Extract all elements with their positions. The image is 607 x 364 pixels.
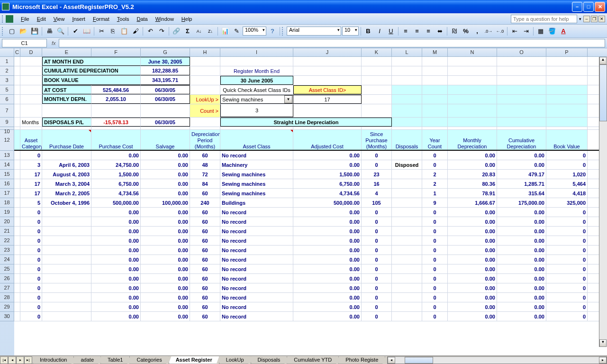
lookup-dropdown[interactable]: Sewing machines▼ bbox=[220, 95, 293, 104]
year-count[interactable]: 0 bbox=[422, 208, 448, 217]
window-maximize-button[interactable]: □ bbox=[583, 2, 594, 12]
purchase-cost[interactable]: 0.00 bbox=[91, 302, 141, 311]
disposals[interactable] bbox=[392, 198, 422, 207]
asset-category[interactable]: 0 bbox=[20, 274, 42, 283]
italic-icon[interactable]: I bbox=[374, 26, 385, 36]
depr-period[interactable]: 48 bbox=[190, 160, 220, 169]
purchase-cost[interactable]: 4,734.56 bbox=[91, 189, 141, 198]
adjusted-cost[interactable]: 0.00 bbox=[293, 160, 362, 169]
cell[interactable] bbox=[293, 127, 362, 129]
salvage[interactable]: 0.00 bbox=[141, 283, 190, 292]
sheet-tab-introduction[interactable]: Introduction bbox=[33, 356, 74, 364]
cumulative-depr[interactable]: 479.17 bbox=[497, 170, 546, 179]
asset-class[interactable]: No record bbox=[220, 151, 293, 160]
increase-indent-icon[interactable]: ⇥ bbox=[521, 26, 531, 36]
cell[interactable] bbox=[422, 95, 448, 104]
lookup-label[interactable]: LookUp > bbox=[190, 95, 220, 104]
purchase-date[interactable]: March 2, 2005 bbox=[42, 189, 91, 198]
monthly-depr[interactable]: 0.00 bbox=[448, 227, 497, 236]
cell[interactable] bbox=[293, 57, 362, 66]
since-purchase[interactable]: 0 bbox=[362, 283, 392, 292]
disposals[interactable] bbox=[392, 189, 422, 198]
percent-icon[interactable]: % bbox=[461, 26, 471, 36]
salvage[interactable]: 0.00 bbox=[141, 293, 190, 302]
book-value[interactable]: 0 bbox=[546, 151, 588, 160]
col-header-D[interactable]: D bbox=[20, 48, 42, 56]
asset-class[interactable]: No record bbox=[220, 274, 293, 283]
cumulative-depr[interactable]: 0.00 bbox=[497, 302, 546, 311]
value-monthly-depn[interactable]: 2,055.10 bbox=[91, 95, 141, 104]
adjusted-cost[interactable]: 0.00 bbox=[293, 283, 362, 292]
cell[interactable] bbox=[14, 208, 20, 217]
adjusted-cost[interactable]: 0.00 bbox=[293, 293, 362, 302]
cell[interactable] bbox=[362, 104, 392, 117]
monthly-depr[interactable]: 0.00 bbox=[448, 160, 497, 169]
purchase-cost[interactable]: 500,000.00 bbox=[91, 198, 141, 207]
row-header-25[interactable]: 25 bbox=[0, 264, 14, 274]
cell[interactable] bbox=[190, 127, 220, 129]
row-header-21[interactable]: 21 bbox=[0, 227, 14, 236]
book-value[interactable]: 0 bbox=[546, 227, 588, 236]
asset-class[interactable]: Sewing machines bbox=[220, 189, 293, 198]
cell[interactable] bbox=[14, 151, 20, 160]
asset-class[interactable]: No record bbox=[220, 227, 293, 236]
since-purchase[interactable]: 23 bbox=[362, 170, 392, 179]
cumulative-depr[interactable]: 0.00 bbox=[497, 227, 546, 236]
book-value[interactable]: 0 bbox=[546, 274, 588, 283]
monthly-depr[interactable]: 1,666.67 bbox=[448, 198, 497, 207]
cumulative-depr[interactable]: 0.00 bbox=[497, 151, 546, 160]
book-value[interactable]: 0 bbox=[546, 255, 588, 264]
cell[interactable] bbox=[497, 57, 546, 66]
horizontal-scrollbar[interactable]: ◂ ▸ bbox=[387, 356, 607, 364]
since-purchase[interactable]: 0 bbox=[362, 208, 392, 217]
col-header-M[interactable]: M bbox=[422, 48, 448, 56]
row-header-20[interactable]: 20 bbox=[0, 217, 14, 227]
cell[interactable] bbox=[14, 170, 20, 179]
adjusted-cost[interactable]: 0.00 bbox=[293, 208, 362, 217]
disposals[interactable] bbox=[392, 170, 422, 179]
scroll-right-button[interactable]: ▸ bbox=[599, 357, 607, 364]
cell[interactable] bbox=[448, 104, 497, 117]
asset-class[interactable]: Sewing machines bbox=[220, 179, 293, 188]
cell[interactable] bbox=[14, 227, 20, 236]
cumulative-depr[interactable]: 0.00 bbox=[497, 236, 546, 245]
cell[interactable] bbox=[362, 66, 392, 75]
asset-class-id-value[interactable]: 17 bbox=[293, 95, 362, 104]
disposals[interactable] bbox=[392, 312, 422, 321]
disposals[interactable] bbox=[392, 264, 422, 273]
cumulative-depr[interactable]: 0.00 bbox=[497, 246, 546, 255]
monthly-depr[interactable]: 0.00 bbox=[448, 208, 497, 217]
adjusted-cost[interactable]: 0.00 bbox=[293, 227, 362, 236]
adjusted-cost[interactable]: 4,734.56 bbox=[293, 189, 362, 198]
disposals[interactable] bbox=[392, 283, 422, 292]
salvage[interactable]: 0.00 bbox=[141, 255, 190, 264]
purchase-cost[interactable]: 0.00 bbox=[91, 274, 141, 283]
cell[interactable] bbox=[14, 255, 20, 264]
value-cum-depr[interactable]: 182,288.85 bbox=[141, 66, 190, 75]
comma-icon[interactable]: , bbox=[472, 26, 482, 36]
fx-icon[interactable]: fx bbox=[52, 40, 56, 46]
asset-category[interactable]: 0 bbox=[20, 283, 42, 292]
cell[interactable] bbox=[448, 95, 497, 104]
col-header-G[interactable]: G bbox=[141, 48, 190, 56]
adjusted-cost[interactable]: 0.00 bbox=[293, 151, 362, 160]
row-header-17[interactable]: 17 bbox=[0, 189, 14, 198]
cumulative-depr[interactable]: 0.00 bbox=[497, 217, 546, 226]
cell[interactable] bbox=[42, 127, 91, 129]
cell[interactable] bbox=[546, 118, 588, 127]
cell[interactable] bbox=[20, 85, 42, 94]
research-icon[interactable]: 📖 bbox=[82, 26, 92, 36]
label-cum-depr[interactable]: CUMULATIVE DEPRECIATION bbox=[42, 66, 141, 75]
cell[interactable] bbox=[14, 179, 20, 188]
col-header-F[interactable]: F bbox=[91, 48, 141, 56]
asset-class[interactable]: No record bbox=[220, 217, 293, 226]
depr-period[interactable]: 60 bbox=[190, 274, 220, 283]
monthly-depr[interactable]: 0.00 bbox=[448, 274, 497, 283]
toolbar-grip[interactable] bbox=[2, 15, 5, 23]
cumulative-depr[interactable]: 0.00 bbox=[497, 274, 546, 283]
cumulative-depr[interactable]: 315.64 bbox=[497, 189, 546, 198]
col-header-H[interactable]: H bbox=[190, 48, 220, 56]
format-painter-icon[interactable]: 🖌 bbox=[130, 26, 141, 36]
cell[interactable] bbox=[20, 104, 42, 117]
cell[interactable] bbox=[14, 302, 20, 311]
